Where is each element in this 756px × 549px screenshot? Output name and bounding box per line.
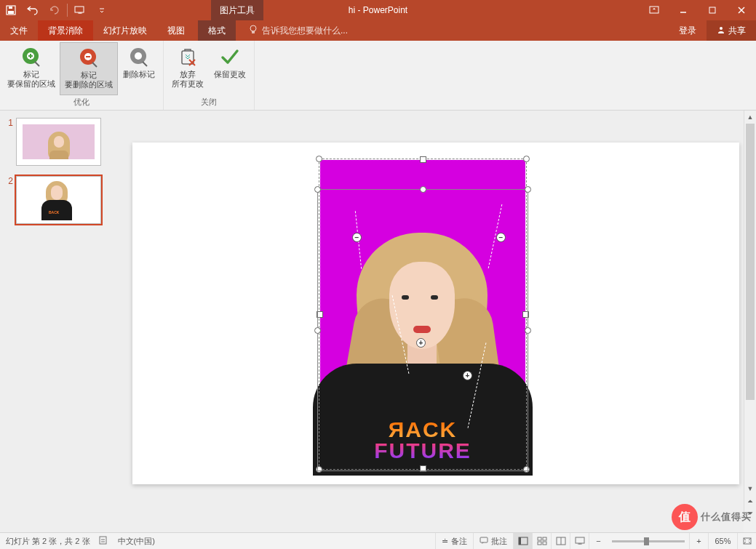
svg-point-11: [720, 27, 723, 30]
zoom-in-button[interactable]: +: [689, 533, 708, 549]
keep-changes-button[interactable]: 保留更改: [209, 42, 251, 95]
svg-point-9: [250, 25, 256, 31]
svg-rect-23: [480, 537, 488, 542]
tab-slideshow[interactable]: 幻灯片放映: [93, 20, 157, 41]
signin-button[interactable]: 登录: [669, 20, 707, 41]
tell-me-search[interactable]: 告诉我您想要做什么...: [249, 20, 348, 41]
svg-rect-3: [75, 7, 84, 12]
scroll-down-button[interactable]: ▼: [744, 482, 756, 494]
crop-handle-mr[interactable]: [525, 327, 531, 334]
quick-access-toolbar: [0, 0, 113, 20]
foreground-marquee[interactable]: [317, 189, 528, 471]
language-indicator[interactable]: 中文(中国): [118, 536, 155, 547]
delete-mark-icon: [127, 45, 151, 68]
crop-handle-tr[interactable]: [525, 186, 531, 193]
normal-view-button[interactable]: [513, 533, 532, 549]
svg-rect-18: [86, 56, 90, 57]
slideshow-view-button[interactable]: [570, 533, 589, 549]
tab-background-removal[interactable]: 背景消除: [38, 20, 93, 41]
handle-tl[interactable]: [316, 156, 322, 162]
start-from-beginning-button[interactable]: [69, 0, 91, 20]
crop-handle-tl[interactable]: [314, 186, 321, 193]
discard-icon: [176, 45, 199, 68]
status-bar: 幻灯片 第 2 张，共 2 张 中文(中国) ≐ 备注 批注 − + 65%: [0, 532, 756, 549]
close-button[interactable]: [727, 0, 756, 20]
slide-thumbnail-pane[interactable]: 1 2 BACK: [0, 111, 115, 532]
comments-icon: [480, 537, 488, 546]
share-icon: [717, 25, 725, 36]
svg-rect-22: [100, 537, 106, 544]
mark-remove-icon: [77, 46, 100, 69]
zoom-out-button[interactable]: −: [589, 533, 608, 549]
comments-button[interactable]: 批注: [473, 533, 513, 549]
ribbon: 标记 要保留的区域 标记 要删除的区域 删除标记 优化 放弃 所有更改 保留更改: [0, 41, 756, 111]
slide-canvas[interactable]: ЯACK FUTURE − − + +: [132, 143, 739, 484]
keep-icon: [218, 45, 242, 68]
tell-me-placeholder: 告诉我您想要做什么...: [262, 25, 348, 37]
tab-format[interactable]: 格式: [198, 20, 236, 41]
minimize-button[interactable]: [669, 0, 698, 20]
handle-tm[interactable]: [420, 156, 426, 163]
reading-view-button[interactable]: [551, 533, 570, 549]
svg-rect-26: [538, 537, 541, 540]
svg-point-20: [135, 52, 142, 60]
lightbulb-icon: [249, 25, 258, 37]
thumbnail-2-preview[interactable]: BACK: [16, 176, 101, 224]
window-controls: [640, 0, 756, 20]
mark-areas-to-remove-button[interactable]: 标记 要删除的区域: [60, 42, 118, 95]
qat-customize-button[interactable]: [91, 0, 113, 20]
slide-sorter-view-button[interactable]: [532, 533, 551, 549]
zoom-slider[interactable]: [612, 540, 685, 542]
ribbon-display-options-button[interactable]: [640, 0, 669, 20]
group-label-close: 关闭: [201, 95, 217, 110]
notes-button[interactable]: ≐ 备注: [435, 533, 473, 549]
handle-tr[interactable]: [523, 156, 530, 162]
svg-rect-1: [8, 11, 14, 14]
prev-slide-button[interactable]: ⏶: [744, 494, 756, 507]
scroll-up-button[interactable]: ▲: [744, 111, 756, 123]
contextual-tab-label: 图片工具: [211, 0, 263, 20]
redo-button[interactable]: [44, 0, 65, 20]
svg-rect-32: [576, 537, 584, 543]
svg-rect-10: [252, 31, 255, 33]
ribbon-group-refine: 标记 要保留的区域 标记 要删除的区域 删除标记 优化: [0, 41, 164, 110]
group-label-refine: 优化: [73, 95, 89, 110]
thumbnail-1-preview[interactable]: [16, 118, 101, 166]
spellcheck-icon[interactable]: [99, 535, 109, 547]
fit-to-window-button[interactable]: [737, 533, 756, 549]
notes-icon: ≐: [442, 537, 448, 546]
mark-keep-icon: [20, 45, 43, 68]
ribbon-group-close: 放弃 所有更改 保留更改 关闭: [164, 41, 255, 110]
svg-rect-28: [538, 542, 541, 545]
crop-handle-ml[interactable]: [314, 327, 321, 334]
svg-rect-27: [543, 537, 546, 540]
title-bar: 图片工具 hi - PowerPoint: [0, 0, 756, 20]
selected-picture[interactable]: ЯACK FUTURE − − + +: [320, 160, 525, 468]
svg-rect-29: [543, 542, 546, 545]
zoom-percentage[interactable]: 65%: [708, 533, 737, 549]
thumbnail-1[interactable]: 1: [4, 118, 111, 166]
svg-rect-25: [519, 537, 521, 545]
delete-mark-button[interactable]: 删除标记: [118, 42, 160, 95]
ribbon-tabs: 文件 背景消除 幻灯片放映 视图 格式 告诉我您想要做什么... 登录 共享: [0, 20, 756, 41]
svg-rect-4: [650, 7, 658, 13]
svg-rect-15: [30, 54, 31, 58]
tab-file[interactable]: 文件: [0, 20, 38, 41]
vertical-scrollbar[interactable]: ▲ ▼ ⏶ ⏷: [744, 111, 756, 519]
slide-edit-area[interactable]: ЯACK FUTURE − − + +: [115, 111, 756, 532]
crop-handle-tm[interactable]: [420, 186, 426, 193]
maximize-button[interactable]: [698, 0, 727, 20]
svg-rect-6: [709, 7, 715, 13]
window-title: hi - PowerPoint: [349, 5, 407, 15]
zoom-slider-thumb[interactable]: [644, 537, 649, 545]
scroll-thumb[interactable]: [746, 124, 755, 400]
save-button[interactable]: [0, 0, 22, 20]
undo-button[interactable]: [22, 0, 44, 20]
next-slide-button[interactable]: ⏷: [744, 507, 756, 519]
slide-counter[interactable]: 幻灯片 第 2 张，共 2 张: [6, 536, 90, 547]
mark-areas-to-keep-button[interactable]: 标记 要保留的区域: [3, 42, 60, 95]
tab-view[interactable]: 视图: [157, 20, 195, 41]
thumbnail-2[interactable]: 2 BACK: [4, 176, 111, 224]
discard-changes-button[interactable]: 放弃 所有更改: [167, 42, 209, 95]
share-button[interactable]: 共享: [707, 20, 756, 41]
